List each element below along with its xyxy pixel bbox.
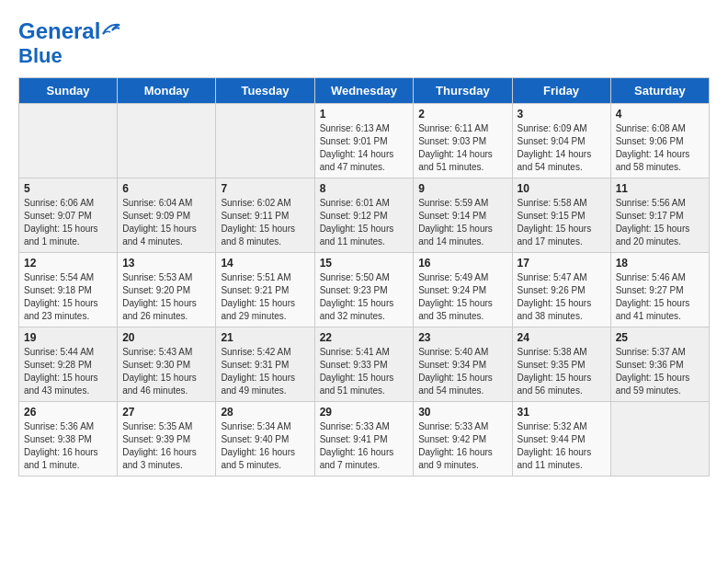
calendar-cell: 23Sunrise: 5:40 AM Sunset: 9:34 PM Dayli… [414, 327, 512, 402]
calendar-cell: 27Sunrise: 5:35 AM Sunset: 9:39 PM Dayli… [118, 402, 216, 477]
calendar-cell: 6Sunrise: 6:04 AM Sunset: 9:09 PM Daylig… [118, 178, 216, 253]
calendar-cell: 30Sunrise: 5:33 AM Sunset: 9:42 PM Dayli… [414, 402, 512, 477]
day-info: Sunrise: 5:41 AM Sunset: 9:33 PM Dayligh… [320, 346, 409, 397]
day-info: Sunrise: 5:37 AM Sunset: 9:36 PM Dayligh… [616, 346, 704, 397]
day-of-week-header: Saturday [610, 78, 709, 104]
day-number: 16 [418, 257, 506, 270]
calendar-cell [216, 104, 314, 178]
day-number: 13 [122, 257, 210, 270]
day-number: 6 [122, 182, 210, 195]
day-number: 1 [320, 108, 409, 121]
calendar-cell: 22Sunrise: 5:41 AM Sunset: 9:33 PM Dayli… [314, 327, 414, 402]
day-number: 10 [518, 182, 606, 195]
calendar-cell [118, 104, 216, 178]
day-info: Sunrise: 5:44 AM Sunset: 9:28 PM Dayligh… [24, 346, 112, 397]
logo-text-blue: Blue [18, 44, 63, 67]
day-info: Sunrise: 5:32 AM Sunset: 9:44 PM Dayligh… [518, 420, 606, 472]
day-info: Sunrise: 6:13 AM Sunset: 9:01 PM Dayligh… [320, 122, 409, 174]
calendar-cell: 8Sunrise: 6:01 AM Sunset: 9:12 PM Daylig… [314, 178, 414, 253]
day-info: Sunrise: 5:35 AM Sunset: 9:39 PM Dayligh… [122, 420, 210, 472]
day-number: 29 [320, 406, 409, 419]
day-info: Sunrise: 5:58 AM Sunset: 9:15 PM Dayligh… [518, 197, 606, 248]
day-of-week-header: Thursday [414, 78, 512, 104]
day-number: 17 [518, 257, 606, 270]
day-number: 30 [418, 406, 506, 419]
day-number: 4 [616, 108, 704, 121]
day-of-week-header: Monday [118, 78, 216, 104]
day-info: Sunrise: 6:02 AM Sunset: 9:11 PM Dayligh… [221, 197, 309, 248]
calendar-cell: 28Sunrise: 5:34 AM Sunset: 9:40 PM Dayli… [216, 402, 314, 477]
calendar-cell: 4Sunrise: 6:08 AM Sunset: 9:06 PM Daylig… [610, 104, 709, 178]
calendar-cell: 5Sunrise: 6:06 AM Sunset: 9:07 PM Daylig… [19, 178, 118, 253]
day-info: Sunrise: 5:38 AM Sunset: 9:35 PM Dayligh… [518, 346, 606, 397]
day-number: 26 [24, 406, 112, 419]
calendar-header-row: SundayMondayTuesdayWednesdayThursdayFrid… [19, 78, 710, 104]
calendar-cell: 12Sunrise: 5:54 AM Sunset: 9:18 PM Dayli… [19, 253, 118, 327]
day-number: 22 [320, 331, 409, 344]
calendar-cell: 17Sunrise: 5:47 AM Sunset: 9:26 PM Dayli… [512, 253, 610, 327]
day-number: 12 [24, 257, 112, 270]
day-of-week-header: Tuesday [216, 78, 314, 104]
day-number: 19 [24, 331, 112, 344]
calendar-cell: 29Sunrise: 5:33 AM Sunset: 9:41 PM Dayli… [314, 402, 414, 477]
calendar-week-row: 5Sunrise: 6:06 AM Sunset: 9:07 PM Daylig… [19, 178, 710, 253]
calendar-cell: 9Sunrise: 5:59 AM Sunset: 9:14 PM Daylig… [414, 178, 512, 253]
calendar-cell: 25Sunrise: 5:37 AM Sunset: 9:36 PM Dayli… [610, 327, 709, 402]
calendar-cell: 26Sunrise: 5:36 AM Sunset: 9:38 PM Dayli… [19, 402, 118, 477]
day-info: Sunrise: 5:33 AM Sunset: 9:42 PM Dayligh… [418, 420, 506, 472]
day-number: 11 [616, 182, 704, 195]
calendar-cell: 18Sunrise: 5:46 AM Sunset: 9:27 PM Dayli… [610, 253, 709, 327]
day-number: 21 [221, 331, 309, 344]
calendar-cell: 31Sunrise: 5:32 AM Sunset: 9:44 PM Dayli… [512, 402, 610, 477]
calendar-week-row: 1Sunrise: 6:13 AM Sunset: 9:01 PM Daylig… [19, 104, 710, 178]
day-of-week-header: Sunday [19, 78, 118, 104]
day-info: Sunrise: 5:53 AM Sunset: 9:20 PM Dayligh… [122, 271, 210, 323]
calendar-cell: 16Sunrise: 5:49 AM Sunset: 9:24 PM Dayli… [414, 253, 512, 327]
day-info: Sunrise: 6:11 AM Sunset: 9:03 PM Dayligh… [418, 122, 506, 174]
calendar-cell: 3Sunrise: 6:09 AM Sunset: 9:04 PM Daylig… [512, 104, 610, 178]
day-number: 8 [320, 182, 409, 195]
calendar-cell: 2Sunrise: 6:11 AM Sunset: 9:03 PM Daylig… [414, 104, 512, 178]
calendar-cell: 11Sunrise: 5:56 AM Sunset: 9:17 PM Dayli… [610, 178, 709, 253]
day-number: 27 [122, 406, 210, 419]
calendar-cell [19, 104, 118, 178]
day-info: Sunrise: 6:01 AM Sunset: 9:12 PM Dayligh… [320, 197, 409, 248]
calendar-cell: 7Sunrise: 6:02 AM Sunset: 9:11 PM Daylig… [216, 178, 314, 253]
day-number: 20 [122, 331, 210, 344]
logo: General Blue [18, 18, 121, 68]
day-number: 7 [221, 182, 309, 195]
day-number: 23 [418, 331, 506, 344]
calendar-cell: 13Sunrise: 5:53 AM Sunset: 9:20 PM Dayli… [118, 253, 216, 327]
day-info: Sunrise: 5:34 AM Sunset: 9:40 PM Dayligh… [221, 420, 309, 472]
day-number: 3 [518, 108, 606, 121]
day-info: Sunrise: 5:33 AM Sunset: 9:41 PM Dayligh… [320, 420, 409, 472]
day-number: 18 [616, 257, 704, 270]
day-number: 25 [616, 331, 704, 344]
day-info: Sunrise: 5:49 AM Sunset: 9:24 PM Dayligh… [418, 271, 506, 323]
day-number: 31 [518, 406, 606, 419]
day-number: 2 [418, 108, 506, 121]
day-info: Sunrise: 5:47 AM Sunset: 9:26 PM Dayligh… [518, 271, 606, 323]
day-number: 5 [24, 182, 112, 195]
day-info: Sunrise: 6:08 AM Sunset: 9:06 PM Dayligh… [616, 122, 704, 174]
day-info: Sunrise: 5:46 AM Sunset: 9:27 PM Dayligh… [616, 271, 704, 323]
day-of-week-header: Friday [512, 78, 610, 104]
calendar-cell: 1Sunrise: 6:13 AM Sunset: 9:01 PM Daylig… [314, 104, 414, 178]
day-info: Sunrise: 6:09 AM Sunset: 9:04 PM Dayligh… [518, 122, 606, 174]
day-number: 9 [418, 182, 506, 195]
day-info: Sunrise: 6:06 AM Sunset: 9:07 PM Dayligh… [24, 197, 112, 248]
calendar-week-row: 12Sunrise: 5:54 AM Sunset: 9:18 PM Dayli… [19, 253, 710, 327]
day-info: Sunrise: 5:51 AM Sunset: 9:21 PM Dayligh… [221, 271, 309, 323]
day-info: Sunrise: 5:40 AM Sunset: 9:34 PM Dayligh… [418, 346, 506, 397]
calendar-cell: 15Sunrise: 5:50 AM Sunset: 9:23 PM Dayli… [314, 253, 414, 327]
calendar-cell: 14Sunrise: 5:51 AM Sunset: 9:21 PM Dayli… [216, 253, 314, 327]
day-info: Sunrise: 5:50 AM Sunset: 9:23 PM Dayligh… [320, 271, 409, 323]
calendar-cell: 21Sunrise: 5:42 AM Sunset: 9:31 PM Dayli… [216, 327, 314, 402]
day-number: 15 [320, 257, 409, 270]
calendar-week-row: 26Sunrise: 5:36 AM Sunset: 9:38 PM Dayli… [19, 402, 710, 477]
calendar-cell: 19Sunrise: 5:44 AM Sunset: 9:28 PM Dayli… [19, 327, 118, 402]
calendar-table: SundayMondayTuesdayWednesdayThursdayFrid… [18, 77, 710, 477]
logo-bird-icon [101, 21, 121, 36]
day-info: Sunrise: 5:43 AM Sunset: 9:30 PM Dayligh… [122, 346, 210, 397]
calendar-cell [610, 402, 709, 477]
